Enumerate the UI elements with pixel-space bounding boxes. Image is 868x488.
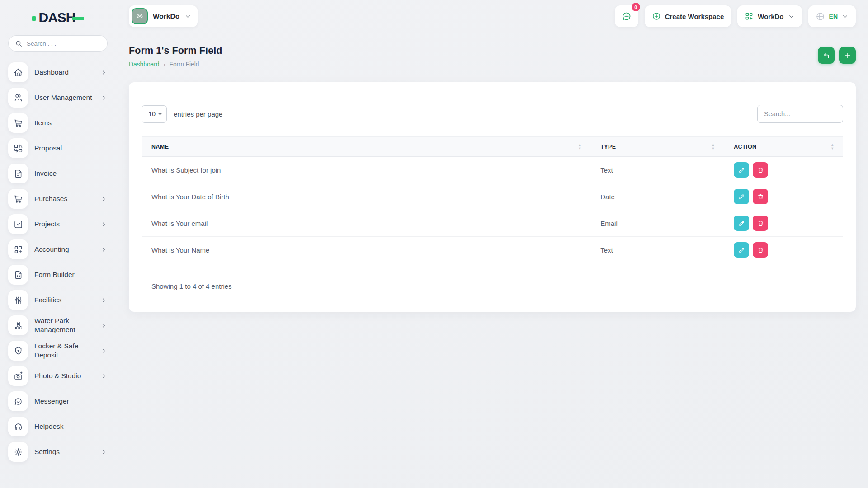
table-row: What is Your email Email [142,210,843,237]
table-row: What is Your Date of Birth Date [142,183,843,210]
chevron-right-icon [100,322,108,329]
sidebar-item-form-builder[interactable]: Form Builder [8,265,108,285]
shield-icon [8,341,28,361]
plus-icon [844,52,852,60]
sliders-icon [8,290,28,310]
cart-icon [8,113,28,133]
row-actions [734,162,834,178]
workspace-selector[interactable]: WorkDo [129,5,198,27]
breadcrumb-current: Form Field [170,61,199,68]
column-header-action[interactable]: ACTION▲▼ [724,137,843,157]
sidebar-item-photo-studio[interactable]: Photo & Studio [8,366,108,386]
row-actions [734,216,834,231]
sidebar-item-user-management[interactable]: User Management [8,88,108,108]
sidebar-item-label: Messenger [34,397,108,406]
sort-icon: ▲▼ [712,143,715,150]
workspace-name: WorkDo [153,12,179,20]
sidebar-item-settings[interactable]: Settings [8,442,108,462]
delete-button[interactable] [753,189,768,204]
messages-button[interactable]: 0 [615,5,638,27]
chevron-right-icon [100,297,108,304]
sidebar-item-label: Proposal [34,144,108,153]
users-icon [8,88,28,108]
sidebar-item-facilities[interactable]: Facilities [8,290,108,310]
sidebar-item-messenger[interactable]: Messenger [8,391,108,411]
workspace-switcher-button[interactable]: WorkDo [737,5,802,27]
pencil-icon [738,167,745,174]
sidebar-item-accounting[interactable]: Accounting [8,239,108,259]
table-search-input[interactable] [757,105,843,123]
table-row: What is Subject for join Text [142,157,843,183]
field-name-cell: What is Subject for join [142,157,590,183]
sidebar-item-label: Dashboard [34,68,94,77]
sidebar-item-label: Purchases [34,194,94,203]
field-type-cell: Text [590,237,724,263]
field-type-cell: Date [590,183,724,210]
table-row: What is Your Name Text [142,237,843,263]
chevron-right-icon [100,94,108,101]
table-controls: 10 entries per page [142,105,843,123]
chat-bubble-icon [621,11,632,22]
field-name-cell: What is Your Date of Birth [142,183,590,210]
sidebar-item-proposal[interactable]: Proposal [8,138,108,158]
column-header-type[interactable]: TYPE▲▼ [590,137,724,157]
chat-icon [8,391,28,411]
edit-button[interactable] [734,242,749,258]
gear-icon [8,442,28,462]
entries-per-page-select[interactable]: 10 [142,105,167,123]
sidebar-item-water-park-management[interactable]: Water Park Management [8,315,108,335]
page-actions [818,47,856,64]
field-name-cell: What is Your email [142,210,590,237]
sidebar-search[interactable] [8,35,108,52]
dash-logo: DASH [8,7,108,28]
sidebar-item-purchases[interactable]: Purchases [8,189,108,209]
edit-button[interactable] [734,189,749,204]
sidebar-item-helpdesk[interactable]: Helpdesk [8,417,108,436]
table-header-row: NAME▲▼ TYPE▲▼ ACTION▲▼ [142,137,843,157]
entries-per-page-select-wrap: 10 [142,105,167,123]
sidebar-item-items[interactable]: Items [8,113,108,133]
edit-button[interactable] [734,162,749,178]
chevron-right-icon [100,246,108,253]
chevron-down-icon [788,13,795,20]
topbar-actions: 0 Create Workspace WorkDo EN [615,5,856,27]
sidebar-item-dashboard[interactable]: Dashboard [8,62,108,82]
sidebar-item-invoice[interactable]: Invoice [8,164,108,183]
edit-button[interactable] [734,216,749,231]
breadcrumb-separator-icon: › [164,61,165,68]
delete-button[interactable] [753,242,768,258]
trash-icon [757,193,764,200]
back-button[interactable] [818,47,835,64]
add-form-field-button[interactable] [839,47,856,64]
headset-icon [8,417,28,436]
field-type-cell: Email [590,210,724,237]
sidebar-item-projects[interactable]: Projects [8,214,108,234]
breadcrumb-dashboard-link[interactable]: Dashboard [129,61,160,68]
column-header-name[interactable]: NAME▲▼ [142,137,590,157]
sidebar-item-label: Photo & Studio [34,371,94,380]
sort-icon: ▲▼ [578,143,581,150]
create-workspace-button[interactable]: Create Workspace [645,5,731,27]
row-actions [734,242,834,258]
check-square-icon [8,214,28,234]
invoice-icon [8,164,28,183]
page-header: Form 1's Form Field Dashboard › Form Fie… [129,45,856,68]
camera-icon [8,366,28,386]
sidebar-item-label: Helpdesk [34,422,108,431]
delete-button[interactable] [753,216,768,231]
page-title: Form 1's Form Field [129,45,222,56]
chevron-right-icon [100,221,108,228]
delete-button[interactable] [753,162,768,178]
sidebar-item-label: Facilities [34,296,94,305]
sidebar-item-locker-safe-deposit[interactable]: Locker & Safe Deposit [8,341,108,361]
sidebar-nav: Dashboard User Management Items Proposal… [8,62,108,462]
chevron-right-icon [100,196,108,202]
grid-plus-icon [745,12,754,21]
language-selector[interactable]: EN [808,5,856,27]
logo-dash-icon [72,17,84,20]
field-name-cell: What is Your Name [142,237,590,263]
trash-icon [757,247,764,253]
search-input[interactable] [27,40,101,47]
grid-plus-icon [8,239,28,259]
main-content: WorkDo 0 Create Workspace WorkDo [116,0,868,488]
